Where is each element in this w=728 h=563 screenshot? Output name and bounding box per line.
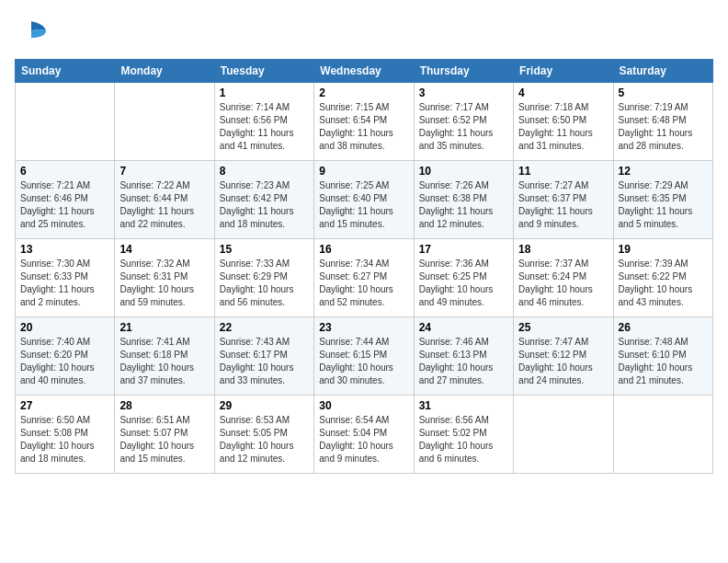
day-number: 31 [419, 399, 508, 412]
day-header-tuesday: Tuesday [214, 60, 313, 83]
calendar-cell: 31Sunrise: 6:56 AM Sunset: 5:02 PM Dayli… [414, 396, 513, 474]
calendar-header-row: SundayMondayTuesdayWednesdayThursdayFrid… [16, 60, 713, 83]
day-info: Sunrise: 7:22 AM Sunset: 6:44 PM Dayligh… [119, 179, 209, 231]
day-info: Sunrise: 7:17 AM Sunset: 6:52 PM Dayligh… [419, 101, 508, 153]
calendar-cell: 12Sunrise: 7:29 AM Sunset: 6:35 PM Dayli… [613, 161, 712, 239]
calendar-cell [16, 83, 115, 161]
day-info: Sunrise: 7:39 AM Sunset: 6:22 PM Dayligh… [619, 258, 708, 309]
day-number: 10 [419, 165, 508, 178]
day-number: 23 [319, 321, 408, 334]
calendar-week-row: 13Sunrise: 7:30 AM Sunset: 6:33 PM Dayli… [16, 239, 713, 317]
calendar-cell: 8Sunrise: 7:23 AM Sunset: 6:42 PM Daylig… [214, 161, 313, 239]
calendar-cell: 20Sunrise: 7:40 AM Sunset: 6:20 PM Dayli… [16, 317, 115, 396]
day-info: Sunrise: 6:51 AM Sunset: 5:07 PM Dayligh… [119, 414, 209, 465]
day-number: 21 [119, 321, 209, 334]
day-number: 11 [518, 165, 608, 178]
calendar-cell: 23Sunrise: 7:44 AM Sunset: 6:15 PM Dayli… [314, 317, 414, 396]
day-info: Sunrise: 6:53 AM Sunset: 5:05 PM Dayligh… [220, 414, 309, 465]
day-header-saturday: Saturday [613, 60, 712, 83]
calendar-cell: 1Sunrise: 7:14 AM Sunset: 6:56 PM Daylig… [214, 83, 313, 161]
day-number: 15 [220, 243, 309, 256]
calendar-week-row: 27Sunrise: 6:50 AM Sunset: 5:08 PM Dayli… [16, 396, 713, 474]
day-number: 24 [419, 321, 508, 334]
day-number: 12 [619, 165, 708, 178]
calendar-cell: 24Sunrise: 7:46 AM Sunset: 6:13 PM Dayli… [414, 317, 513, 396]
day-info: Sunrise: 7:34 AM Sunset: 6:27 PM Dayligh… [319, 258, 408, 309]
day-number: 5 [619, 86, 708, 99]
calendar-cell [613, 396, 712, 474]
day-info: Sunrise: 7:15 AM Sunset: 6:54 PM Dayligh… [319, 101, 408, 153]
calendar-week-row: 6Sunrise: 7:21 AM Sunset: 6:46 PM Daylig… [16, 161, 713, 239]
day-info: Sunrise: 7:29 AM Sunset: 6:35 PM Dayligh… [619, 179, 708, 231]
logo-icon [15, 15, 48, 48]
day-info: Sunrise: 7:18 AM Sunset: 6:50 PM Dayligh… [518, 101, 608, 153]
day-number: 26 [619, 321, 708, 334]
calendar-cell: 27Sunrise: 6:50 AM Sunset: 5:08 PM Dayli… [16, 396, 115, 474]
day-info: Sunrise: 7:27 AM Sunset: 6:37 PM Dayligh… [518, 179, 608, 231]
day-header-friday: Friday [514, 60, 613, 83]
day-info: Sunrise: 7:36 AM Sunset: 6:25 PM Dayligh… [419, 258, 508, 309]
day-info: Sunrise: 7:44 AM Sunset: 6:15 PM Dayligh… [319, 336, 408, 387]
day-info: Sunrise: 7:41 AM Sunset: 6:18 PM Dayligh… [119, 336, 209, 387]
calendar-cell: 9Sunrise: 7:25 AM Sunset: 6:40 PM Daylig… [314, 161, 414, 239]
day-number: 6 [20, 165, 109, 178]
calendar-cell [115, 83, 214, 161]
calendar-cell: 18Sunrise: 7:37 AM Sunset: 6:24 PM Dayli… [514, 239, 613, 317]
day-info: Sunrise: 7:30 AM Sunset: 6:33 PM Dayligh… [20, 258, 109, 309]
day-number: 28 [119, 399, 209, 412]
day-number: 25 [518, 321, 608, 334]
calendar-cell: 10Sunrise: 7:26 AM Sunset: 6:38 PM Dayli… [414, 161, 513, 239]
calendar-cell: 26Sunrise: 7:48 AM Sunset: 6:10 PM Dayli… [613, 317, 712, 396]
calendar-table: SundayMondayTuesdayWednesdayThursdayFrid… [15, 59, 713, 474]
day-number: 20 [20, 321, 109, 334]
day-info: Sunrise: 7:25 AM Sunset: 6:40 PM Dayligh… [319, 179, 408, 231]
calendar-cell: 3Sunrise: 7:17 AM Sunset: 6:52 PM Daylig… [414, 83, 513, 161]
calendar-week-row: 1Sunrise: 7:14 AM Sunset: 6:56 PM Daylig… [16, 83, 713, 161]
day-number: 1 [220, 86, 309, 99]
day-info: Sunrise: 7:32 AM Sunset: 6:31 PM Dayligh… [119, 258, 209, 309]
day-info: Sunrise: 7:46 AM Sunset: 6:13 PM Dayligh… [419, 336, 508, 387]
day-number: 2 [319, 86, 408, 99]
calendar-cell [514, 396, 613, 474]
page-header [15, 15, 713, 48]
day-number: 4 [518, 86, 608, 99]
calendar-cell: 17Sunrise: 7:36 AM Sunset: 6:25 PM Dayli… [414, 239, 513, 317]
calendar-cell: 22Sunrise: 7:43 AM Sunset: 6:17 PM Dayli… [214, 317, 313, 396]
calendar-cell: 2Sunrise: 7:15 AM Sunset: 6:54 PM Daylig… [314, 83, 414, 161]
day-info: Sunrise: 7:14 AM Sunset: 6:56 PM Dayligh… [220, 101, 309, 153]
calendar-cell: 25Sunrise: 7:47 AM Sunset: 6:12 PM Dayli… [514, 317, 613, 396]
day-number: 17 [419, 243, 508, 256]
calendar-cell: 7Sunrise: 7:22 AM Sunset: 6:44 PM Daylig… [115, 161, 214, 239]
day-number: 13 [20, 243, 109, 256]
day-info: Sunrise: 7:40 AM Sunset: 6:20 PM Dayligh… [20, 336, 109, 387]
logo [15, 15, 51, 48]
day-number: 30 [319, 399, 408, 412]
calendar-cell: 21Sunrise: 7:41 AM Sunset: 6:18 PM Dayli… [115, 317, 214, 396]
day-number: 27 [20, 399, 109, 412]
calendar-cell: 13Sunrise: 7:30 AM Sunset: 6:33 PM Dayli… [16, 239, 115, 317]
day-info: Sunrise: 7:48 AM Sunset: 6:10 PM Dayligh… [619, 336, 708, 387]
day-header-sunday: Sunday [16, 60, 115, 83]
day-number: 22 [220, 321, 309, 334]
day-info: Sunrise: 6:50 AM Sunset: 5:08 PM Dayligh… [20, 414, 109, 465]
calendar-cell: 15Sunrise: 7:33 AM Sunset: 6:29 PM Dayli… [214, 239, 313, 317]
day-info: Sunrise: 7:33 AM Sunset: 6:29 PM Dayligh… [220, 258, 309, 309]
day-header-thursday: Thursday [414, 60, 513, 83]
calendar-cell: 30Sunrise: 6:54 AM Sunset: 5:04 PM Dayli… [314, 396, 414, 474]
day-number: 18 [518, 243, 608, 256]
calendar-cell: 5Sunrise: 7:19 AM Sunset: 6:48 PM Daylig… [613, 83, 712, 161]
day-header-monday: Monday [115, 60, 214, 83]
day-info: Sunrise: 7:43 AM Sunset: 6:17 PM Dayligh… [220, 336, 309, 387]
calendar-cell: 6Sunrise: 7:21 AM Sunset: 6:46 PM Daylig… [16, 161, 115, 239]
calendar-cell: 19Sunrise: 7:39 AM Sunset: 6:22 PM Dayli… [613, 239, 712, 317]
calendar-cell: 14Sunrise: 7:32 AM Sunset: 6:31 PM Dayli… [115, 239, 214, 317]
calendar-cell: 11Sunrise: 7:27 AM Sunset: 6:37 PM Dayli… [514, 161, 613, 239]
day-header-wednesday: Wednesday [314, 60, 414, 83]
day-number: 19 [619, 243, 708, 256]
day-number: 8 [220, 165, 309, 178]
calendar-cell: 29Sunrise: 6:53 AM Sunset: 5:05 PM Dayli… [214, 396, 313, 474]
day-info: Sunrise: 7:47 AM Sunset: 6:12 PM Dayligh… [518, 336, 608, 387]
day-info: Sunrise: 7:19 AM Sunset: 6:48 PM Dayligh… [619, 101, 708, 153]
day-number: 16 [319, 243, 408, 256]
day-info: Sunrise: 7:21 AM Sunset: 6:46 PM Dayligh… [20, 179, 109, 231]
